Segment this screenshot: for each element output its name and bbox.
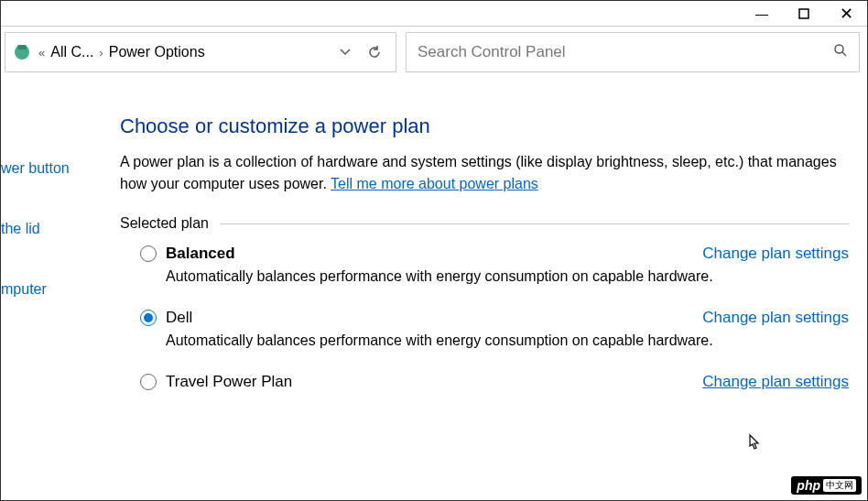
search-icon[interactable] [833, 43, 848, 61]
svg-rect-0 [799, 9, 808, 18]
learn-more-link[interactable]: Tell me more about power plans [331, 176, 538, 191]
change-settings-balanced[interactable]: Change plan settings [702, 245, 849, 263]
plan-description: Automatically balances performance with … [166, 332, 849, 349]
refresh-icon [367, 45, 382, 60]
minimize-button[interactable]: — [741, 1, 783, 27]
search-input[interactable] [418, 43, 833, 61]
history-dropdown[interactable] [333, 40, 357, 64]
breadcrumb-item-power-options[interactable]: Power Options [109, 44, 205, 60]
sidebar-item-lid[interactable]: the lid [1, 221, 83, 237]
window-titlebar: — ✕ [1, 1, 867, 27]
sidebar-item-computer[interactable]: mputer [1, 281, 83, 298]
plan-balanced: Balanced Change plan settings Automatica… [120, 245, 849, 285]
plan-name[interactable]: Dell [166, 309, 192, 327]
plan-dell: Dell Change plan settings Automatically … [120, 309, 849, 349]
sidebar-item-power-button[interactable]: wer button [1, 160, 83, 177]
svg-point-3 [835, 45, 843, 53]
plan-name[interactable]: Travel Power Plan [166, 373, 292, 391]
svg-rect-2 [17, 45, 27, 49]
chevron-right-icon: › [99, 46, 103, 60]
plan-travel: Travel Power Plan Change plan settings [120, 373, 849, 391]
page-description: A power plan is a collection of hardware… [120, 151, 849, 195]
search-box[interactable] [406, 32, 860, 72]
plan-description: Automatically balances performance with … [166, 268, 849, 285]
breadcrumb-item-all[interactable]: All C... [50, 44, 93, 60]
toolbar: « All C... › Power Options [1, 27, 867, 78]
maximize-icon [798, 8, 809, 19]
refresh-button[interactable] [363, 40, 386, 64]
plan-name[interactable]: Balanced [166, 245, 235, 263]
breadcrumb-back-icon: « [38, 46, 45, 60]
radio-dell[interactable] [140, 310, 157, 326]
page-title: Choose or customize a power plan [120, 114, 849, 138]
chevron-down-icon [340, 47, 351, 58]
section-selected-plan: Selected plan [120, 215, 849, 232]
watermark: php 中文网 [791, 476, 862, 495]
maximize-button[interactable] [783, 1, 825, 27]
change-settings-travel[interactable]: Change plan settings [702, 373, 849, 391]
svg-line-4 [842, 52, 846, 56]
radio-travel[interactable] [140, 374, 157, 390]
close-button[interactable]: ✕ [825, 1, 867, 27]
sidebar: wer button the lid mputer [1, 78, 83, 500]
main-content: Choose or customize a power plan A power… [83, 78, 867, 500]
change-settings-dell[interactable]: Change plan settings [702, 309, 849, 327]
radio-balanced[interactable] [140, 245, 157, 262]
control-panel-icon [11, 41, 33, 63]
divider [220, 223, 849, 224]
breadcrumb[interactable]: « All C... › Power Options [5, 32, 396, 72]
